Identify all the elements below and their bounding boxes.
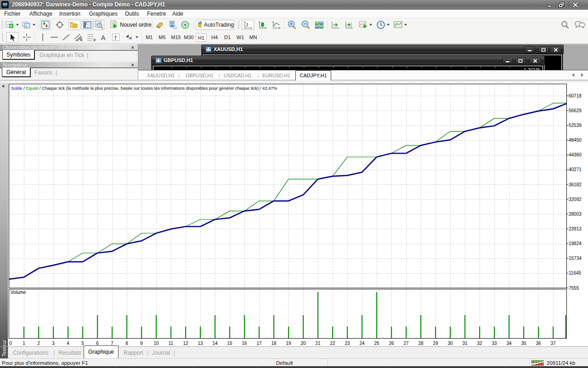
line-chart-type-button[interactable] [270, 20, 283, 30]
toolbar-grip[interactable] [2, 21, 3, 29]
xauusd-restore-button[interactable] [538, 46, 549, 53]
vline-tool[interactable] [38, 32, 48, 42]
timeframe-w1[interactable]: W1 [234, 33, 246, 42]
navigator-tab-general[interactable]: Général [2, 68, 30, 77]
timeframe-mn[interactable]: MN [247, 33, 259, 42]
text-label-tool[interactable]: T [110, 32, 121, 42]
timeframe-m1[interactable]: M1 [143, 33, 155, 42]
market-watch-tab-tick-chart[interactable]: Graphique en Tick [40, 52, 84, 58]
zoom-in-button[interactable] [286, 20, 298, 30]
chart-tab-usdcad[interactable]: USDCAD,H1 [224, 73, 252, 78]
chart-tab-cadjpy-active[interactable]: CADJPY,H1 [295, 70, 331, 80]
chat-button[interactable] [573, 20, 586, 30]
menu-fichier[interactable]: Fichier [4, 11, 21, 17]
chart-shift-button[interactable] [343, 20, 355, 30]
market-watch-toggle[interactable] [40, 20, 51, 30]
timeframe-h1[interactable]: H1 [196, 33, 207, 42]
xauusd-title-bar[interactable]: XAUUSD,H1 [201, 45, 564, 54]
search-button[interactable] [560, 20, 571, 30]
toolbar-grip2[interactable] [238, 21, 239, 29]
status-profile[interactable]: Default [276, 360, 293, 366]
market-watch-caption[interactable]: Observation du marché: 10:36:52 × [0, 44, 138, 50]
periods-button[interactable] [375, 20, 390, 30]
periods-dropdown[interactable] [387, 24, 390, 26]
market-watch-close-icon[interactable]: × [131, 45, 134, 50]
chart-tab-gbpusd[interactable]: GBPUSD,H1 [186, 73, 214, 78]
new-chart-button[interactable] [5, 20, 19, 29]
y-tick-label: 44360 [569, 152, 582, 157]
tester-tab-journal[interactable]: Journal [152, 350, 170, 356]
signals-button[interactable] [180, 20, 190, 30]
fibonacci-tool[interactable]: F [86, 32, 98, 42]
bar-chart-type-button[interactable] [242, 20, 254, 30]
tab-scroll-right-icon[interactable] [581, 73, 583, 77]
crosshair-tool[interactable] [21, 32, 33, 42]
timeframe-d1[interactable]: D1 [221, 33, 233, 42]
channel-tool[interactable]: E [73, 32, 85, 42]
tester-tab-rapport[interactable]: Rapport [124, 350, 143, 356]
metaeditor-button[interactable] [155, 20, 165, 30]
profiles-dropdown[interactable] [33, 24, 35, 26]
gbpusd-title-bar[interactable]: GBPUSD,H1 [151, 56, 545, 65]
chart-tab-eurusd[interactable]: EURUSD,H1 [262, 73, 290, 78]
gbpusd-restore-button[interactable] [515, 58, 526, 64]
menu-affichage[interactable]: Affichage [29, 11, 52, 17]
timeframe-m30[interactable]: M30 [182, 33, 196, 42]
timeframe-m15[interactable]: M15 [169, 33, 183, 42]
minimize-button[interactable] [546, 1, 554, 8]
gbpusd-minimize-button[interactable] [502, 58, 513, 64]
new-order-button[interactable] [109, 20, 119, 30]
gbpusd-close-button[interactable] [529, 58, 541, 64]
candlestick-type-button[interactable] [256, 20, 269, 30]
text-tool[interactable]: A [98, 32, 108, 42]
navigator-close-icon[interactable]: × [131, 63, 134, 68]
data-window-button[interactable] [54, 20, 65, 30]
menu-graphiques[interactable]: Graphiques [89, 11, 118, 17]
chart-window-gbpusd[interactable]: 1.20245 GBPUSD,H1 [151, 56, 545, 70]
tester-tab-resultats[interactable]: Resultats [58, 350, 81, 356]
x-tick-label: 20 [300, 341, 306, 346]
menu-outils[interactable]: Outils [125, 11, 139, 17]
timeframe-m5[interactable]: M5 [156, 33, 168, 42]
xauusd-minimize-button[interactable] [524, 46, 535, 53]
templates-dropdown[interactable] [404, 24, 407, 26]
shapes-dropdown[interactable] [136, 36, 138, 38]
tester-tab-configurations[interactable]: Configurations [13, 350, 48, 356]
tab-scroll-left-icon[interactable] [572, 73, 574, 77]
auto-scroll-button[interactable] [329, 20, 341, 30]
tester-tab-graphique-active[interactable]: Graphique [84, 345, 119, 359]
menu-fenetre[interactable]: Fenetre [147, 11, 166, 17]
navigator-toggle[interactable] [68, 20, 80, 30]
restore-button[interactable] [558, 1, 565, 8]
strategy-tester-toggle[interactable] [93, 20, 104, 30]
zoom-out-button[interactable] [300, 20, 312, 30]
autotrading-toggle[interactable]: AutoTrading [196, 20, 234, 30]
cursor-tool[interactable] [6, 32, 18, 42]
menu-insertion[interactable]: Insertion [59, 11, 80, 17]
tile-windows-button[interactable] [313, 20, 325, 30]
navigator-caption[interactable]: Navigateur × [0, 62, 138, 68]
templates-button[interactable] [392, 20, 408, 30]
new-chart-dropdown[interactable] [16, 24, 19, 26]
close-button[interactable] [571, 1, 579, 8]
new-order-label[interactable]: Nouvel ordre [120, 22, 152, 28]
navigator-tab-favoris[interactable]: Favoris [34, 69, 52, 76]
title-bar[interactable]: 2088940937: Darwinex-Demo - Compte Démo … [0, 0, 588, 10]
shapes-tool[interactable] [123, 32, 140, 42]
hline-tool[interactable] [49, 32, 60, 42]
community-button[interactable] [168, 20, 178, 30]
indicators-dropdown[interactable] [369, 24, 372, 26]
menu-aide[interactable]: Aide [172, 11, 183, 17]
terminal-toggle[interactable] [82, 20, 93, 30]
trendline-tool[interactable] [61, 32, 72, 42]
indicators-button[interactable] [357, 20, 373, 30]
traffic-icon [531, 360, 544, 366]
xauusd-close-button[interactable] [550, 46, 561, 53]
tester-graph-svg[interactable]: 7555116451573419824239132800332092361824… [8, 83, 588, 346]
toolbar-grip3[interactable] [2, 33, 3, 41]
tester-close-icon[interactable]: × [2, 83, 5, 89]
timeframe-h4[interactable]: H4 [209, 33, 220, 42]
market-watch-tab-symboles[interactable]: Symboles [2, 50, 34, 59]
chart-tab-xauusd[interactable]: XAUUSD,H1 [147, 73, 175, 78]
profiles-button[interactable] [21, 20, 36, 29]
